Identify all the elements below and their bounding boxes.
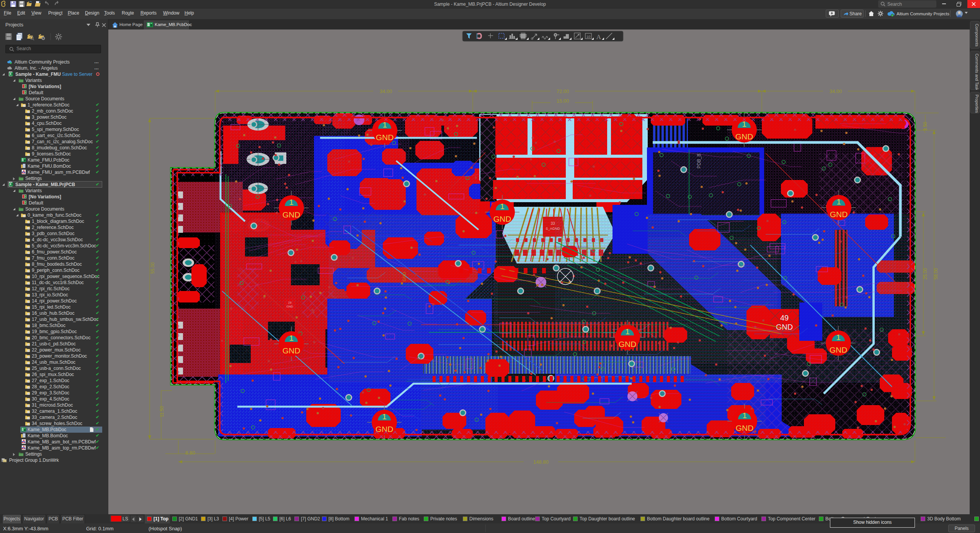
svg-text:1: 1 [382,120,387,129]
svg-text:GND: GND [736,423,754,432]
svg-text:1: 1 [382,412,387,421]
svg-text:GND: GND [493,214,511,223]
svg-text:58.00: 58.00 [933,268,939,280]
svg-text:34.00: 34.00 [380,88,392,94]
svg-text:8.80: 8.80 [185,450,195,456]
svg-text:1: 1 [289,198,294,206]
svg-text:GND: GND [735,132,753,141]
svg-text:1: 1 [625,327,630,336]
svg-text:A: A [596,33,601,41]
svg-text:3.50: 3.50 [923,122,928,131]
svg-text:1: 1 [836,333,841,342]
svg-text:55.00: 55.00 [150,262,155,274]
svg-text:GND: GND [376,133,394,142]
svg-text:25.00: 25.00 [923,268,928,280]
svg-text:GND: GND [283,346,301,355]
svg-text:1: 1 [289,334,294,342]
svg-text:1: 1 [742,411,747,420]
svg-text:1: 1 [500,202,505,211]
svg-text:11.50: 11.50 [159,406,165,417]
svg-text:GND: GND [402,272,407,282]
svg-text:148.80: 148.80 [533,459,549,465]
svg-text:PDB_B: PDB_B [696,154,702,168]
svg-text:1: 1 [836,197,841,206]
svg-text:GND: GND [830,345,848,354]
svg-text:10: 10 [586,35,590,39]
svg-text:GND: GND [619,340,637,348]
svg-text:GND: GND [830,210,848,219]
svg-text:GND: GND [283,210,301,219]
svg-text:72.00: 72.00 [557,88,569,94]
svg-text:15.00: 15.00 [557,98,569,104]
svg-text:34.00: 34.00 [830,88,842,94]
